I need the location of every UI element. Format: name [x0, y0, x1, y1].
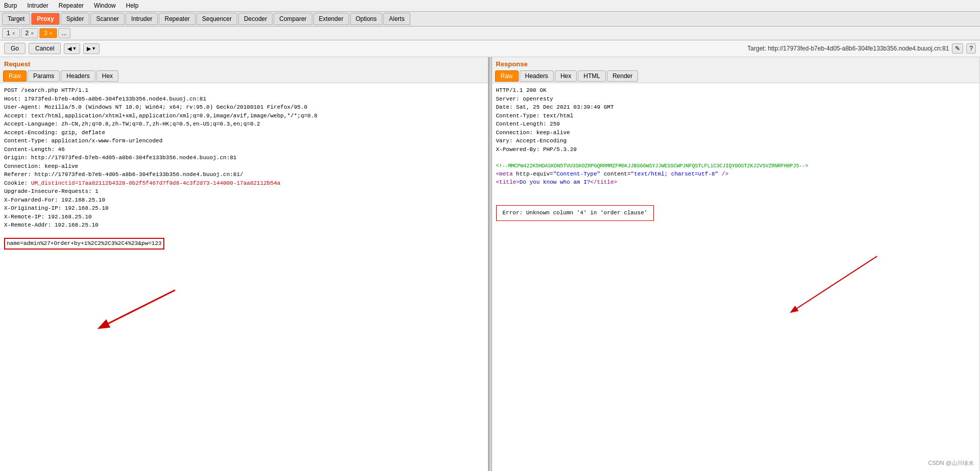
response-content[interactable]: HTTP/1.1 200 OK Server: openresty Date: …	[492, 83, 980, 471]
tab-comparer[interactable]: Comparer	[274, 13, 312, 25]
tab-sequencer[interactable]: Sequencer	[197, 13, 237, 25]
go-button[interactable]: Go	[4, 43, 26, 54]
tab-repeater[interactable]: Repeater	[159, 13, 195, 25]
response-date: Date: Sat, 25 Dec 2021 03:39:49 GMT	[496, 103, 976, 112]
request-line-12: Cookie: UM_distinctid=17aa82112b4328-0b2…	[4, 179, 484, 188]
tab-intruder[interactable]: Intruder	[126, 13, 158, 25]
tab-alerts[interactable]: Alerts	[383, 13, 410, 25]
nav-fwd-icon[interactable]: ▶	[87, 45, 91, 52]
subtab-1-close[interactable]: ×	[12, 31, 15, 36]
subtab-bar: 1 × 2 × 3 × ...	[0, 27, 980, 40]
response-title-tag: <title>Do you know who am I?</title>	[496, 178, 976, 187]
subtab-1[interactable]: 1 ×	[2, 28, 20, 38]
edit-target-button[interactable]: ✎	[952, 43, 963, 54]
target-prefix: Target:	[747, 45, 766, 52]
request-line-4: Accept: text/html,application/xhtml+xml,…	[4, 112, 484, 120]
menu-bar: Burp Intruder Repeater Window Help	[0, 0, 980, 12]
response-server: Server: openresty	[496, 95, 976, 104]
request-line-7: Content-Type: application/x-www-form-url…	[4, 137, 484, 145]
response-status: HTTP/1.1 200 OK	[496, 86, 976, 95]
response-content-length: Content-Length: 259	[496, 120, 976, 129]
nav-back-icon[interactable]: ◀	[67, 45, 71, 52]
subtab-3[interactable]: 3 ×	[39, 28, 57, 38]
menu-help[interactable]: Help	[124, 1, 141, 10]
menu-window[interactable]: Window	[92, 1, 118, 10]
request-line-1: POST /search.php HTTP/1.1	[4, 86, 484, 95]
response-blank	[496, 154, 976, 162]
target-label: Target: http://17973fed-b7eb-4d05-a8b6-3…	[747, 45, 949, 52]
tab-target[interactable]: Target	[2, 13, 30, 25]
response-tab-html[interactable]: HTML	[578, 70, 606, 82]
subtab-3-label: 3	[44, 30, 47, 37]
help-button[interactable]: ?	[966, 43, 976, 54]
response-error-box: Error: Unknown column '4' in 'order clau…	[496, 205, 654, 221]
response-powered-by: X-Powered-By: PHP/5.3.29	[496, 145, 976, 154]
subtab-2-label: 2	[26, 30, 29, 37]
toolbar: Go Cancel ◀ ▼ ▶ ▼ Target: http://17973fe…	[0, 40, 980, 57]
response-content-type: Content-Type: text/html	[496, 112, 976, 120]
response-tab-render[interactable]: Render	[607, 70, 638, 82]
tab-scanner[interactable]: Scanner	[90, 13, 125, 25]
menu-burp[interactable]: Burp	[2, 1, 19, 10]
request-line-2: Host: 17973fed-b7eb-4d05-a8b6-304fe133b3…	[4, 95, 484, 104]
response-connection: Connection: keep-alive	[496, 129, 976, 137]
request-line-13: Upgrade-Insecure-Requests: 1	[4, 187, 484, 196]
response-panel: Response Raw Headers Hex HTML Render HTT…	[492, 57, 981, 471]
tab-options[interactable]: Options	[350, 13, 382, 25]
svg-line-1	[100, 290, 175, 328]
menu-intruder[interactable]: Intruder	[25, 1, 50, 10]
response-comment: <!--MMCPм422K5HDASKDN5TVU3SKOZRPGQRRMМZF…	[496, 162, 976, 170]
request-line-9: Origin: http://17973fed-b7eb-4d05-a8b6-3…	[4, 154, 484, 162]
request-tab-headers[interactable]: Headers	[61, 70, 95, 82]
request-line-11: Referer: http://17973fed-b7eb-4d05-a8b6-…	[4, 170, 484, 179]
content-area: Request Raw Params Headers Hex POST /sea…	[0, 57, 980, 471]
request-tab-raw[interactable]: Raw	[3, 70, 27, 82]
response-tab-raw[interactable]: Raw	[495, 70, 519, 82]
response-tab-headers[interactable]: Headers	[520, 70, 554, 82]
watermark: CSDN @山川绿水	[928, 459, 974, 467]
request-line-blank	[4, 230, 484, 238]
request-line-17: X-Remote-Addr: 192.168.25.10	[4, 221, 484, 230]
request-line-14: X-Forwarded-For: 192.168.25.10	[4, 196, 484, 205]
request-line-16: X-Remote-IP: 192.168.25.10	[4, 213, 484, 221]
menu-repeater[interactable]: Repeater	[57, 1, 86, 10]
request-line-8: Content-Length: 46	[4, 145, 484, 154]
nav-back-down-icon[interactable]: ▼	[72, 46, 77, 51]
subtab-more[interactable]: ...	[58, 28, 70, 38]
nav-fwd-down-icon[interactable]: ▼	[91, 46, 96, 51]
tab-spider[interactable]: Spider	[61, 13, 90, 25]
request-line-3: User-Agent: Mozilla/5.0 (Windows NT 10.0…	[4, 103, 484, 112]
main-tab-bar: Target Proxy Spider Scanner Intruder Rep…	[0, 12, 980, 27]
response-vary: Vary: Accept-Encoding	[496, 137, 976, 145]
cancel-button[interactable]: Cancel	[29, 43, 61, 54]
response-error-container: Error: Unknown column '4' in 'order clau…	[496, 195, 976, 221]
request-tab-hex[interactable]: Hex	[96, 70, 118, 82]
request-line-10: Connection: keep-alive	[4, 162, 484, 171]
response-meta: <meta http-equiv="Content-Type" content=…	[496, 170, 976, 179]
response-tabs: Raw Headers Hex HTML Render	[492, 69, 980, 83]
subtab-3-close[interactable]: ×	[50, 31, 53, 36]
request-line-15: X-Originating-IP: 192.168.25.10	[4, 204, 484, 213]
request-title: Request	[0, 57, 488, 69]
subtab-2[interactable]: 2 ×	[21, 28, 39, 38]
request-tabs: Raw Params Headers Hex	[0, 69, 488, 83]
request-body: name=admin%27+Order+by+1%2C2%2C3%2C4%23&…	[4, 238, 484, 250]
request-panel: Request Raw Params Headers Hex POST /sea…	[0, 57, 489, 471]
request-line-6: Accept-Encoding: gzip, deflate	[4, 129, 484, 137]
tab-decoder[interactable]: Decoder	[238, 13, 273, 25]
request-body-value: name=admin%27+Order+by+1%2C2%2C3%2C4%23&…	[4, 238, 164, 250]
response-blank2	[496, 187, 976, 195]
nav-back-group[interactable]: ◀ ▼	[64, 43, 80, 54]
tab-proxy[interactable]: Proxy	[31, 13, 59, 25]
request-tab-params[interactable]: Params	[28, 70, 60, 82]
request-content[interactable]: POST /search.php HTTP/1.1 Host: 17973fed…	[0, 83, 488, 471]
response-meta-attrs: http-equiv="Content-Type" content="text/…	[516, 171, 718, 177]
nav-fwd-group[interactable]: ▶ ▼	[83, 43, 100, 54]
subtab-2-close[interactable]: ×	[31, 31, 34, 36]
tab-extender[interactable]: Extender	[313, 13, 349, 25]
svg-line-3	[791, 256, 877, 312]
subtab-1-label: 1	[7, 30, 10, 37]
target-url: http://17973fed-b7eb-4d05-a8b6-304fe133b…	[768, 45, 949, 52]
response-tab-hex[interactable]: Hex	[555, 70, 577, 82]
response-title: Response	[492, 57, 980, 69]
